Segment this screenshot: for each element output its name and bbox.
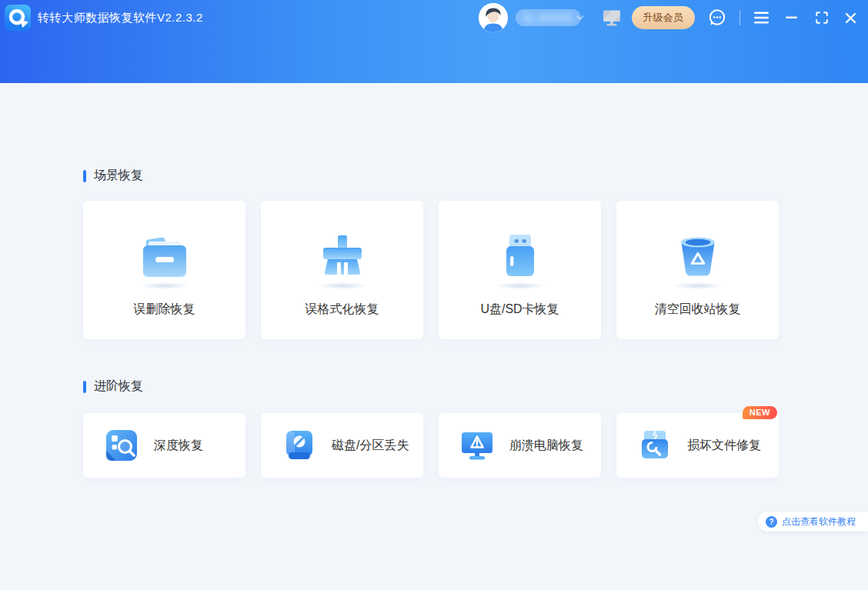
card-label: U盘/SD卡恢复	[480, 302, 559, 318]
avatar[interactable]	[479, 3, 508, 32]
titlebar-divider	[739, 10, 741, 25]
recycle-bin-icon	[675, 233, 721, 278]
scene-recovery-grid: 误删除恢复 误格式化恢复	[83, 201, 779, 339]
card-label: 误删除恢复	[134, 302, 195, 318]
card-disk-partition-loss[interactable]: 磁盘/分区丢失	[261, 413, 423, 478]
user-id-blur-overlay	[516, 9, 581, 26]
deep-scan-icon	[105, 428, 139, 462]
folder-icon	[142, 233, 188, 278]
usb-drive-icon	[497, 233, 543, 278]
section-accent-bar	[83, 381, 86, 393]
card-label: 深度恢复	[154, 438, 203, 454]
file-repair-icon	[638, 428, 672, 462]
monitor-icon[interactable]	[603, 9, 621, 26]
icon-shadow	[317, 282, 368, 289]
brush-icon	[319, 233, 366, 278]
icon-shadow	[673, 282, 723, 289]
menu-icon[interactable]	[754, 12, 769, 24]
titlebar-right: ID: 650505 升级会员	[479, 3, 856, 32]
close-icon[interactable]	[845, 12, 856, 24]
icon-shadow	[495, 282, 546, 289]
section-title-scene-recovery: 场景恢复	[83, 168, 143, 184]
card-deep-recovery[interactable]: 深度恢复	[83, 413, 245, 478]
chevron-down-icon	[576, 15, 584, 20]
new-badge: NEW	[743, 406, 777, 419]
card-label: 崩溃电脑恢复	[509, 438, 583, 454]
tutorial-link-label: 点击查看软件教程	[782, 515, 856, 528]
card-usb-sd-recovery[interactable]: U盘/SD卡恢复	[439, 201, 601, 339]
app-window: 转转大师数据恢复软件V2.2.3.2 ID: 650505	[0, 0, 868, 590]
titlebar: 转转大师数据恢复软件V2.2.3.2 ID: 650505	[0, 0, 868, 35]
user-id[interactable]: ID: 650505	[516, 9, 592, 26]
refresh-arrow-icon	[5, 5, 31, 31]
minimize-icon[interactable]	[786, 16, 797, 19]
card-undelete-recovery[interactable]: 误删除恢复	[83, 201, 245, 339]
help-icon: ?	[766, 516, 777, 528]
card-label: 磁盘/分区丢失	[332, 438, 409, 454]
app-title: 转转大师数据恢复软件V2.2.3.2	[38, 11, 203, 25]
upgrade-member-button[interactable]: 升级会员	[632, 6, 695, 29]
person-icon	[479, 3, 508, 32]
card-format-recovery[interactable]: 误格式化恢复	[261, 201, 423, 339]
card-corrupt-file-repair[interactable]: NEW 损坏文件修复	[616, 413, 779, 478]
section-accent-bar	[83, 170, 86, 182]
card-crashed-pc-recovery[interactable]: 崩溃电脑恢复	[439, 413, 601, 478]
section-title-advanced-recovery: 进阶恢复	[83, 378, 143, 395]
card-label: 损坏文件修复	[687, 438, 761, 454]
app-logo	[5, 5, 31, 31]
advanced-recovery-grid: 深度恢复 磁盘/分区丢失	[83, 413, 779, 478]
maximize-icon[interactable]	[816, 12, 828, 24]
card-label: 误格式化恢复	[305, 302, 379, 318]
card-label: 清空回收站恢复	[655, 302, 741, 318]
tutorial-link[interactable]: ? 点击查看软件教程	[758, 512, 868, 532]
card-recycle-bin-recovery[interactable]: 清空回收站恢复	[616, 201, 779, 339]
disk-partition-icon	[282, 428, 316, 462]
header: 转转大师数据恢复软件V2.2.3.2 ID: 650505	[0, 0, 868, 83]
crashed-pc-icon	[460, 428, 494, 462]
icon-shadow	[139, 282, 190, 289]
customer-service-icon[interactable]	[707, 8, 727, 28]
